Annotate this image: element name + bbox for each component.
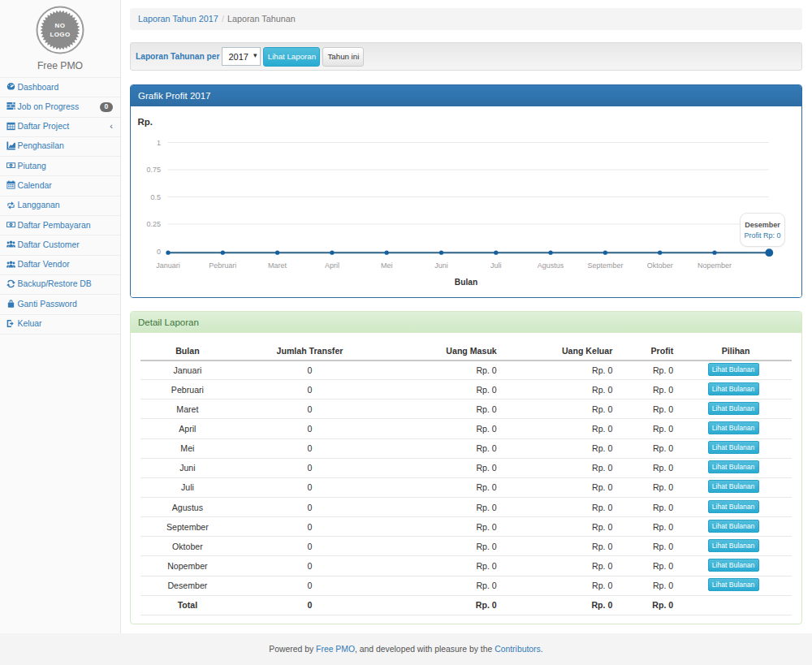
svg-text:NO: NO — [55, 22, 66, 29]
svg-text:September: September — [587, 261, 623, 270]
svg-text:LOGO: LOGO — [50, 31, 70, 38]
svg-text:Bulan: Bulan — [455, 278, 477, 287]
svg-text:Juni: Juni — [434, 261, 448, 270]
svg-text:Maret: Maret — [268, 261, 287, 270]
svg-text:April: April — [325, 261, 339, 270]
svg-text:Juli: Juli — [490, 261, 502, 270]
svg-text:Nopember: Nopember — [698, 261, 732, 270]
svg-text:Agustus: Agustus — [538, 261, 564, 270]
svg-text:Mei: Mei — [381, 261, 393, 270]
svg-text:1: 1 — [157, 139, 161, 147]
svg-text:0.75: 0.75 — [146, 166, 161, 174]
svg-text:0.5: 0.5 — [150, 193, 161, 201]
svg-text:Januari: Januari — [156, 261, 180, 270]
svg-text:0.25: 0.25 — [146, 220, 161, 228]
svg-text:Oktober: Oktober — [647, 261, 673, 270]
svg-text:0: 0 — [157, 248, 161, 256]
svg-text:Pebruari: Pebruari — [209, 261, 236, 270]
